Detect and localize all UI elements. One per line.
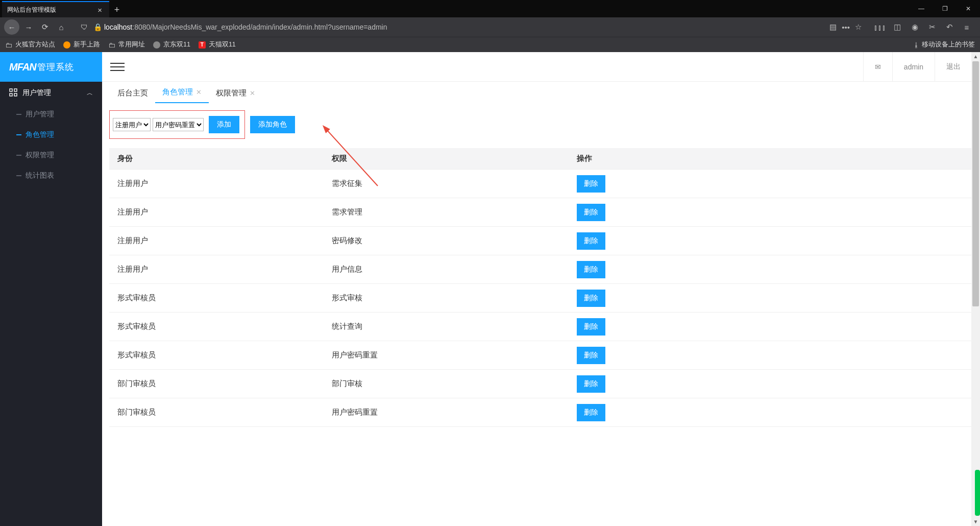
content-tab[interactable]: 角色管理✕ [155, 82, 209, 103]
maximize-button[interactable]: ❐ [933, 0, 957, 17]
cell-action: 删除 [569, 255, 973, 284]
cell-permission: 需求征集 [324, 170, 569, 198]
scroll-mark [975, 470, 980, 516]
sidebar-item[interactable]: 权限管理 [0, 145, 102, 165]
jd-icon [153, 41, 160, 49]
cell-permission: 统计查询 [324, 313, 569, 341]
add-button[interactable]: 添加 [209, 116, 239, 133]
browser-tab[interactable]: 网站后台管理模版 × [2, 1, 109, 17]
bookmark-item[interactable]: 新手上路 [63, 40, 100, 49]
app-logo: MFAN管理系统 [0, 52, 102, 82]
home-button[interactable]: ⌂ [54, 20, 68, 34]
cell-role: 部门审核员 [109, 398, 324, 427]
logo-suffix: 管理系统 [37, 61, 74, 73]
user-label: admin [904, 63, 923, 71]
delete-button[interactable]: 删除 [577, 347, 605, 364]
back-button[interactable]: ← [4, 19, 19, 35]
logo-brand: MFAN [9, 61, 36, 73]
table-row: 形式审核员形式审核删除 [109, 284, 973, 313]
bookmarks-bar: 🗀火狐官方站点 新手上路 🗀常用网址 京东双11 T天猫双11 ⭳移动设备上的书… [0, 37, 980, 52]
delete-button[interactable]: 删除 [577, 204, 605, 221]
cell-permission: 用户密码重置 [324, 341, 569, 370]
close-tab-icon[interactable]: ✕ [196, 88, 202, 96]
hamburger-button[interactable] [110, 60, 125, 74]
cell-role: 部门审核员 [109, 370, 324, 398]
sidebar-header-user-mgmt[interactable]: 用户管理 ︿ [0, 82, 102, 104]
permission-select[interactable]: 用户密码重置 [153, 118, 204, 131]
sidebar-item[interactable]: 角色管理 [0, 125, 102, 145]
user-menu[interactable]: admin [892, 52, 935, 81]
sidebar-item[interactable]: 用户管理 [0, 104, 102, 125]
delete-button[interactable]: 删除 [577, 232, 605, 250]
mobile-bookmarks[interactable]: ⭳移动设备上的书签 [913, 40, 975, 49]
cell-role: 形式审核员 [109, 313, 324, 341]
app-menu-icon[interactable]: ≡ [961, 23, 973, 32]
browser-addressbar: ← → ⟳ ⌂ 🛡 🔒 localhost:8080/MajorNeedsMis… [0, 17, 980, 37]
undo-close-icon[interactable]: ↶ [943, 22, 955, 32]
more-icon[interactable]: ••• [842, 23, 850, 32]
delete-button[interactable]: 删除 [577, 375, 605, 393]
scroll-down-icon[interactable]: ▼ [971, 517, 980, 526]
mail-button[interactable]: ✉ [863, 52, 892, 81]
close-tab-icon[interactable]: ✕ [250, 89, 255, 97]
svg-rect-3 [14, 93, 17, 96]
cell-permission: 用户信息 [324, 255, 569, 284]
url-rest: :8080/MajorNeedsMis_war_exploded/admin/i… [132, 23, 387, 31]
delete-button[interactable]: 删除 [577, 261, 605, 278]
reload-button[interactable]: ⟳ [38, 20, 52, 34]
scroll-thumb[interactable] [972, 61, 979, 306]
scrollbar[interactable]: ▲ ▼ [971, 52, 980, 526]
url-text: localhost:8080/MajorNeedsMis_war_explode… [104, 23, 825, 31]
logout-label: 退出 [946, 62, 961, 71]
cell-action: 删除 [569, 398, 973, 427]
new-tab-button[interactable]: + [109, 2, 125, 17]
reader-icon[interactable]: ▤ [829, 22, 837, 32]
forward-button[interactable]: → [21, 20, 36, 34]
highlighted-filter-box: 注册用户 用户密码重置 添加 [109, 110, 245, 139]
folder-icon: 🗀 [108, 41, 115, 49]
content-tab-label: 角色管理 [162, 87, 193, 97]
url-host: localhost [104, 23, 132, 31]
cell-action: 删除 [569, 370, 973, 398]
grid-icon [9, 88, 17, 98]
delete-button[interactable]: 删除 [577, 290, 605, 307]
shield-icon[interactable]: 🛡 [78, 23, 91, 31]
delete-button[interactable]: 删除 [577, 404, 605, 421]
content-tab[interactable]: 后台主页 [110, 83, 155, 103]
url-box[interactable]: 🛡 🔒 localhost:8080/MajorNeedsMis_war_exp… [78, 19, 866, 35]
delete-button[interactable]: 删除 [577, 318, 605, 336]
table-header-permission: 权限 [324, 148, 569, 170]
chevron-up-icon: ︿ [87, 89, 93, 98]
add-role-button[interactable]: 添加角色 [250, 116, 295, 133]
content-tab-label: 后台主页 [117, 88, 148, 98]
table-row: 注册用户用户信息删除 [109, 255, 973, 284]
role-select[interactable]: 注册用户 [113, 118, 151, 131]
browser-tab-title: 网站后台管理模版 [7, 6, 56, 14]
table-row: 注册用户需求征集删除 [109, 170, 973, 198]
minimize-button[interactable]: — [910, 0, 933, 17]
bookmark-item[interactable]: T天猫双11 [199, 40, 236, 49]
sidebar-toggle-icon[interactable]: ◫ [891, 22, 903, 32]
cell-action: 删除 [569, 198, 973, 227]
screenshot-icon[interactable]: ✂ [926, 22, 938, 32]
svg-rect-0 [10, 89, 12, 91]
cell-permission: 部门审核 [324, 370, 569, 398]
table-row: 形式审核员用户密码重置删除 [109, 341, 973, 370]
star-icon[interactable]: ☆ [855, 22, 862, 32]
close-window-button[interactable]: ✕ [957, 0, 980, 17]
bookmark-item[interactable]: 🗀常用网址 [108, 40, 145, 49]
sidebar-item[interactable]: 统计图表 [0, 165, 102, 186]
bookmark-item[interactable]: 京东双11 [153, 40, 190, 49]
sidebar-header-label: 用户管理 [22, 88, 51, 98]
content-tab[interactable]: 权限管理✕ [209, 83, 262, 103]
delete-button[interactable]: 删除 [577, 175, 605, 193]
lock-icon[interactable]: 🔒 [91, 23, 104, 31]
close-tab-icon[interactable]: × [95, 6, 104, 14]
logout-button[interactable]: 退出 [935, 52, 972, 81]
app-root: MFAN管理系统 用户管理 ︿ 用户管理角色管理权限管理统计图表 ✉ admin… [0, 52, 980, 526]
library-icon[interactable]: ⫿⫿⫿ [874, 23, 886, 32]
account-icon[interactable]: ◉ [909, 22, 921, 32]
bookmark-item[interactable]: 🗀火狐官方站点 [5, 40, 55, 49]
scroll-up-icon[interactable]: ▲ [971, 52, 980, 61]
cell-permission: 用户密码重置 [324, 398, 569, 427]
